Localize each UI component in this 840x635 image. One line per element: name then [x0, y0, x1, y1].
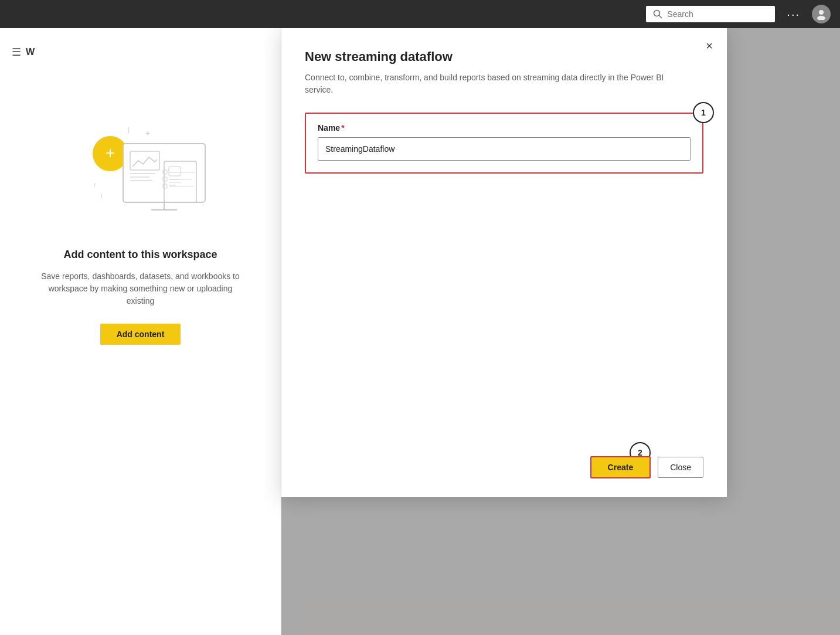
callout-1-badge: 1 [693, 102, 714, 123]
search-box[interactable] [646, 6, 775, 22]
dialog-footer: 2 Create Close [305, 456, 703, 478]
add-content-button[interactable]: Add content [100, 324, 181, 345]
svg-line-1 [659, 16, 662, 18]
workspace-add-desc: Save reports, dashboards, datasets, and … [41, 270, 240, 307]
dialog-description: Connect to, combine, transform, and buil… [305, 72, 692, 96]
workspace-header: ☰ W [12, 46, 269, 59]
workspace-add-title: Add content to this workspace [63, 249, 217, 261]
name-section: 1 Name* [305, 113, 703, 174]
left-panel: ☰ W + + + | / \ [0, 28, 281, 635]
dialog-spacer [305, 188, 703, 442]
dialog-title: New streaming dataflow [305, 49, 703, 64]
create-button[interactable]: Create [590, 456, 651, 478]
create-btn-wrapper: Create [590, 456, 651, 478]
dialog-close-button[interactable]: × [706, 40, 713, 52]
workspace-title: W [26, 47, 35, 57]
illustration-container: + + + | / \ [41, 106, 240, 345]
avatar[interactable] [812, 5, 831, 23]
required-star: * [341, 123, 344, 133]
search-icon [653, 9, 662, 19]
svg-point-3 [817, 16, 825, 20]
svg-point-2 [819, 10, 824, 15]
name-input[interactable] [318, 137, 691, 161]
name-label: Name* [318, 123, 691, 133]
svg-text:\: \ [101, 193, 103, 199]
search-input[interactable] [667, 9, 768, 19]
right-panel-overlay: × New streaming dataflow Connect to, com… [281, 28, 840, 635]
close-button[interactable]: Close [658, 457, 703, 478]
svg-text:+: + [145, 128, 150, 138]
topbar: ··· [0, 0, 840, 28]
workspace-illustration: + + + | / \ [59, 106, 223, 235]
user-icon [815, 8, 827, 20]
more-options-button[interactable]: ··· [782, 5, 805, 23]
new-streaming-dataflow-dialog: × New streaming dataflow Connect to, com… [281, 28, 727, 497]
svg-text:/: / [94, 182, 96, 189]
svg-text:|: | [128, 127, 130, 133]
main-area: ☰ W + + + | / \ [0, 28, 840, 635]
svg-text:+: + [105, 144, 114, 162]
hamburger-icon: ☰ [12, 46, 21, 59]
